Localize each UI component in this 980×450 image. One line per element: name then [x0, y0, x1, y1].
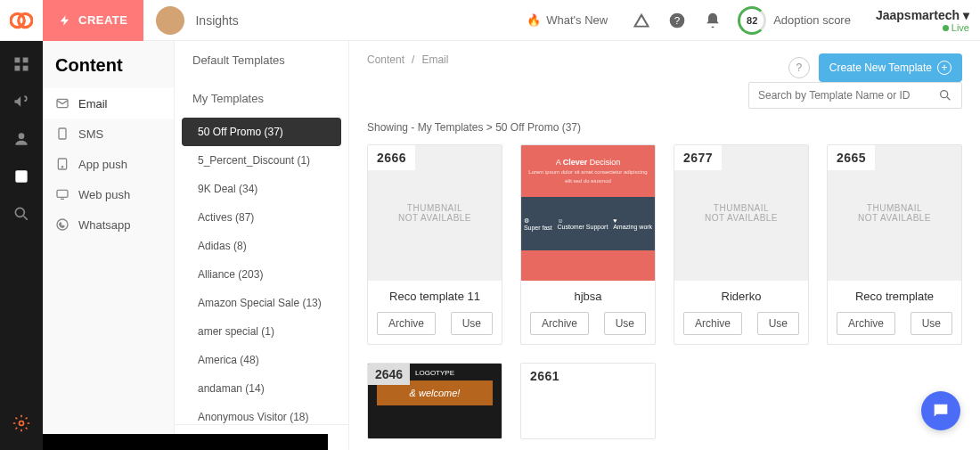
user-avatar[interactable] [156, 6, 184, 35]
archive-button[interactable]: Archive [377, 312, 436, 335]
adoption-score-ring[interactable]: 82 [738, 6, 766, 35]
svg-rect-5 [23, 58, 29, 63]
thumbnail-blank: 2661 [521, 364, 655, 439]
template-card[interactable]: A Clever DecisionLorem ipsum dolor sit a… [520, 144, 656, 345]
create-button[interactable]: CREATE [43, 0, 143, 41]
users-icon[interactable] [12, 130, 30, 148]
app-icon [55, 157, 69, 171]
fire-icon: 🔥 [527, 13, 541, 27]
content-icon[interactable] [12, 168, 30, 185]
svg-rect-7 [23, 66, 29, 71]
create-label: CREATE [78, 13, 127, 27]
tab-default-templates[interactable]: Default Templates [175, 41, 348, 79]
thumbnail-na: 2677 THUMBNAIL NOT AVAILABLE [674, 145, 808, 281]
web-icon [55, 187, 69, 201]
thumbnail-image: A Clever DecisionLorem ipsum dolor sit a… [521, 145, 655, 281]
folder-item[interactable]: Alliance (203) [175, 260, 348, 289]
channel-sms[interactable]: SMS [43, 119, 174, 149]
dashboard-icon[interactable] [12, 55, 30, 73]
channel-whatsapp[interactable]: Whatsapp [43, 209, 174, 240]
folder-list[interactable]: 5_Percent_Discount (1) 9K Deal (34) Acti… [175, 146, 348, 424]
svg-text:?: ? [674, 14, 681, 26]
warning-icon[interactable] [633, 12, 650, 29]
folder-item[interactable]: Actives (87) [175, 203, 348, 232]
chat-fab[interactable] [921, 391, 960, 430]
lightning-icon [59, 14, 71, 27]
folder-item[interactable]: Anonymous Visitor (18) [175, 403, 348, 424]
template-id: 2666 [368, 145, 415, 170]
sms-icon [55, 127, 69, 141]
megaphone-icon[interactable] [12, 93, 30, 110]
search-icon[interactable] [938, 88, 952, 102]
thumbnail-na: 2666 THUMBNAIL NOT AVAILABLE [368, 145, 502, 281]
svg-point-15 [61, 167, 62, 168]
svg-rect-9 [15, 170, 27, 182]
template-card[interactable]: 2677 THUMBNAIL NOT AVAILABLE Riderko Arc… [674, 144, 809, 345]
template-title: hjbsa [521, 281, 655, 303]
bottom-strip [43, 434, 328, 450]
template-card[interactable]: 2661 [520, 363, 656, 439]
search-nav-icon[interactable] [12, 205, 30, 223]
mail-icon [55, 96, 69, 110]
breadcrumb-item[interactable]: Content [367, 53, 404, 66]
folder-item[interactable]: 5_Percent_Discount (1) [175, 146, 348, 175]
template-title: Reco template 11 [368, 281, 502, 303]
search-box[interactable] [748, 82, 962, 109]
svg-point-8 [19, 133, 25, 139]
template-title: Reco tremplate [828, 281, 961, 303]
use-button[interactable]: Use [757, 312, 799, 335]
use-button[interactable]: Use [911, 312, 952, 335]
archive-button[interactable]: Archive [683, 312, 742, 335]
svg-point-18 [941, 91, 948, 98]
bell-icon[interactable] [704, 12, 722, 29]
whatsapp-icon [55, 217, 69, 232]
channel-sidebar: Content Email SMS App push Web push What… [43, 41, 175, 450]
template-id: 2646 [368, 364, 410, 385]
account-menu[interactable]: Jaapsmartech ▾ Live [876, 8, 969, 33]
svg-point-17 [57, 219, 68, 230]
folder-item[interactable]: Amazon Special Sale (13) [175, 289, 348, 317]
whats-new-link[interactable]: 🔥 What's New [527, 13, 608, 27]
help-button[interactable]: ? [788, 57, 810, 78]
folder-item[interactable]: amer special (1) [175, 317, 348, 346]
template-card[interactable]: 2646 LOGOTYPE & welcome! [367, 363, 502, 439]
plus-icon: + [937, 61, 951, 75]
thumbnail-na: 2665 THUMBNAIL NOT AVAILABLE [828, 145, 961, 281]
svg-rect-4 [15, 58, 20, 63]
channel-apppush[interactable]: App push [43, 149, 174, 179]
create-template-button[interactable]: Create New Template + [819, 53, 962, 82]
thumbnail-image: 2646 LOGOTYPE & welcome! [368, 364, 502, 439]
left-nav [0, 41, 43, 450]
content-title: Content [43, 52, 174, 88]
svg-point-10 [15, 208, 24, 217]
archive-button[interactable]: Archive [837, 312, 895, 335]
svg-rect-16 [57, 190, 68, 197]
folder-item[interactable]: Adidas (8) [175, 232, 348, 260]
app-logo[interactable] [0, 0, 43, 41]
insights-link[interactable]: Insights [195, 13, 238, 28]
template-id: 2665 [828, 145, 875, 170]
svg-point-11 [20, 421, 24, 426]
top-bar: CREATE Insights 🔥 What's New ? 82 Adopti… [0, 0, 980, 41]
template-card[interactable]: 2665 THUMBNAIL NOT AVAILABLE Reco trempl… [827, 144, 962, 345]
adoption-score-label: Adoption score [773, 13, 851, 27]
folder-item[interactable]: 9K Deal (34) [175, 175, 348, 203]
settings-icon[interactable] [12, 414, 30, 432]
help-icon[interactable]: ? [668, 12, 686, 29]
chat-icon [931, 401, 951, 421]
folder-item[interactable]: andaman (14) [175, 374, 348, 403]
template-card[interactable]: 2666 THUMBNAIL NOT AVAILABLE Reco templa… [367, 144, 502, 345]
use-button[interactable]: Use [604, 312, 646, 335]
folder-active[interactable]: 50 Off Promo (37) [182, 118, 341, 146]
folder-item[interactable]: America (48) [175, 346, 348, 374]
template-id: 2661 [521, 364, 568, 389]
folder-sidebar: Default Templates My Templates 50 Off Pr… [175, 41, 349, 450]
template-grid: 2666 THUMBNAIL NOT AVAILABLE Reco templa… [367, 144, 962, 439]
archive-button[interactable]: Archive [530, 312, 589, 335]
channel-webpush[interactable]: Web push [43, 179, 174, 209]
search-input[interactable] [758, 89, 938, 102]
channel-email[interactable]: Email [43, 88, 174, 119]
use-button[interactable]: Use [451, 312, 493, 335]
tab-my-templates[interactable]: My Templates [175, 79, 348, 118]
template-title: Riderko [674, 281, 808, 303]
